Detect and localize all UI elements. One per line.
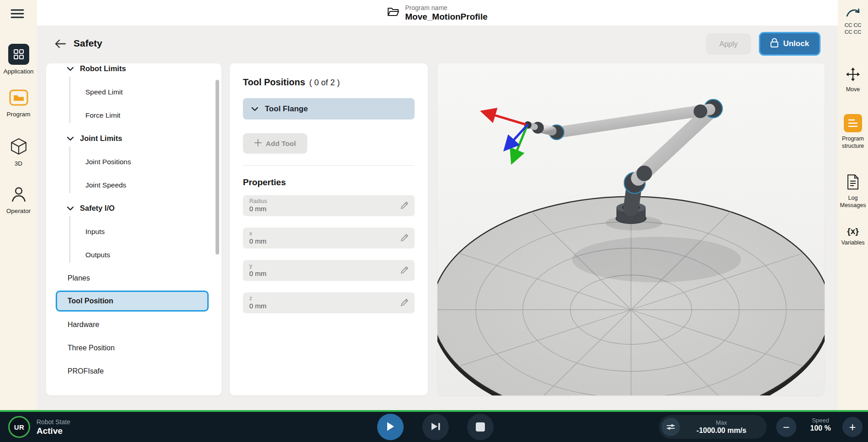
nav-item-safety-io[interactable]: Safety I/O <box>46 197 221 220</box>
add-tool-button[interactable]: Add Tool <box>243 133 307 154</box>
nav-group-robot-limits: Speed Limit Force Limit <box>46 80 221 127</box>
lock-icon <box>770 38 779 50</box>
play-button[interactable] <box>377 414 404 440</box>
remote-status[interactable]: CC CC CC CC <box>838 6 868 36</box>
nav-item-inputs[interactable]: Inputs <box>46 220 221 243</box>
properties-title: Properties <box>243 177 415 187</box>
nav-item-force-limit[interactable]: Force Limit <box>46 104 221 127</box>
nav-item-hardware[interactable]: Hardware <box>46 313 221 336</box>
nav-item-outputs[interactable]: Outputs <box>46 243 221 266</box>
robot-state-value: Active <box>37 426 70 436</box>
max-value: -1000.00 mm/s <box>680 426 763 435</box>
nav-item-label: Joint Speeds <box>85 181 126 189</box>
robot-state-label: Robot State <box>37 418 70 426</box>
sidebar-item-variables[interactable]: {x} Variables <box>838 226 868 247</box>
speed-decrease-button[interactable]: − <box>776 417 796 437</box>
right-sidebar: CC CC CC CC Move Program structure Log M… <box>838 0 868 410</box>
nav-item-tool-position[interactable]: Tool Position <box>56 291 209 312</box>
app-root: Application Program 3D Operator <box>0 0 868 442</box>
nav-group-safety-io: Inputs Outputs <box>46 220 221 266</box>
nav-item-robot-limits[interactable]: Robot Limits <box>46 63 221 80</box>
safety-nav-list: Robot Limits Speed Limit Force Limit Joi… <box>46 63 221 383</box>
sidebar-item-application[interactable]: Application <box>0 44 37 76</box>
tool-positions-header: Tool Positions ( 0 of 2 ) <box>243 77 415 88</box>
back-icon[interactable] <box>53 38 67 50</box>
threed-icon <box>11 138 27 157</box>
ur-logo[interactable]: UR <box>8 416 30 438</box>
chevron-down-icon <box>67 64 74 73</box>
nav-item-joint-speeds[interactable]: Joint Speeds <box>46 173 221 197</box>
y-field[interactable]: y 0 mm <box>243 260 415 281</box>
field-value: 0 mm <box>249 205 408 213</box>
tool-positions-panel: Tool Positions ( 0 of 2 ) Tool Flange Ad… <box>230 63 428 395</box>
program-structure-icon <box>844 114 862 132</box>
nav-item-planes[interactable]: Planes <box>46 266 221 290</box>
speed-display: Speed 100 % <box>800 417 841 432</box>
sidebar-item-label: Operator <box>5 208 32 215</box>
nav-group-joint-limits: Joint Positions Joint Speeds <box>46 150 221 197</box>
sidebar-item-program-structure[interactable]: Program structure <box>838 114 868 150</box>
add-icon <box>254 139 262 148</box>
apply-button[interactable]: Apply <box>706 33 751 55</box>
nav-item-label: Three Position <box>68 344 115 352</box>
move-icon <box>846 68 860 83</box>
sidebar-item-move[interactable]: Move <box>838 68 868 94</box>
edit-icon[interactable] <box>400 298 409 308</box>
nav-item-profisafe[interactable]: PROFIsafe <box>46 359 221 383</box>
max-label: Max <box>680 419 763 426</box>
z-field[interactable]: z 0 mm <box>243 292 415 313</box>
sidebar-item-label: 3D <box>14 160 23 168</box>
unlock-button-label: Unlock <box>783 39 809 48</box>
field-label: y <box>249 263 408 269</box>
log-messages-icon <box>847 174 859 192</box>
field-label: z <box>249 295 408 302</box>
robot-3d-view[interactable] <box>437 63 825 395</box>
sidebar-item-log-messages[interactable]: Log Messages <box>838 174 868 209</box>
speed-label: Speed <box>800 417 841 424</box>
nav-item-three-position[interactable]: Three Position <box>46 336 221 359</box>
edit-icon[interactable] <box>400 201 409 211</box>
program-icon <box>9 89 28 108</box>
nav-item-label: Safety I/O <box>80 204 115 213</box>
x-field[interactable]: x 0 mm <box>243 228 415 249</box>
play-icon <box>386 421 395 433</box>
sidebar-item-label: Program <box>6 111 32 119</box>
speed-adjust-icon <box>662 418 680 436</box>
nav-item-label: Joint Positions <box>85 158 131 166</box>
field-value: 0 mm <box>249 270 408 277</box>
scrollbar-thumb[interactable] <box>216 80 219 255</box>
skip-button[interactable] <box>422 414 449 440</box>
unlock-button[interactable]: Unlock <box>759 32 821 56</box>
nav-item-speed-limit[interactable]: Speed Limit <box>46 80 221 104</box>
edit-icon[interactable] <box>400 234 409 243</box>
speed-increase-button[interactable]: + <box>842 417 863 437</box>
stop-button[interactable] <box>467 414 494 440</box>
sidebar-item-3d[interactable]: 3D <box>0 138 37 168</box>
nav-item-label: Tool Position <box>68 297 113 305</box>
tool-flange-label: Tool Flange <box>265 104 308 114</box>
sidebar-item-label: Move <box>845 86 861 94</box>
nav-item-joint-limits[interactable]: Joint Limits <box>46 127 221 150</box>
nav-item-label: PROFIsafe <box>68 367 104 375</box>
speed-value: 100 % <box>800 424 841 432</box>
status-text: CC CC CC CC <box>845 22 861 36</box>
program-name-block[interactable]: Program name Move_MotionProfile <box>387 4 488 22</box>
nav-item-label: Robot Limits <box>80 64 126 73</box>
menu-icon[interactable] <box>7 5 27 22</box>
radius-field[interactable]: Radius 0 mm <box>243 195 415 216</box>
sidebar-item-operator[interactable]: Operator <box>0 186 37 215</box>
left-sidebar: Application Program 3D Operator <box>0 0 37 410</box>
divider <box>243 165 415 166</box>
remote-icon <box>846 6 860 20</box>
footer-bar: UR Robot State Active Max -1000.00 mm/s … <box>0 410 868 442</box>
chevron-down-icon <box>67 134 74 143</box>
nav-item-label: Inputs <box>85 228 105 236</box>
folder-icon <box>387 7 399 19</box>
sidebar-item-program[interactable]: Program <box>0 89 37 119</box>
field-value: 0 mm <box>249 302 408 310</box>
program-name-label: Program name <box>405 4 488 11</box>
tool-flange-expander[interactable]: Tool Flange <box>243 98 415 120</box>
max-speed-control[interactable]: Max -1000.00 mm/s <box>659 415 767 439</box>
nav-item-joint-positions[interactable]: Joint Positions <box>46 150 221 173</box>
edit-icon[interactable] <box>400 266 409 276</box>
